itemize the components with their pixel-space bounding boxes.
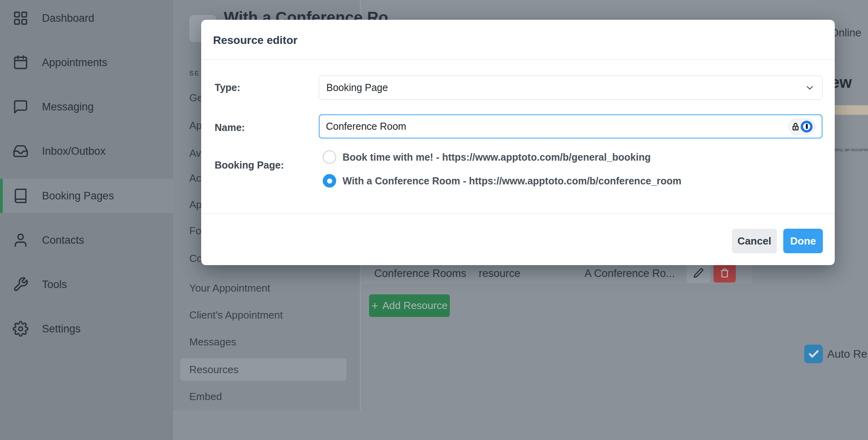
onepassword-icon xyxy=(801,121,813,133)
calendar-icon xyxy=(13,55,29,70)
booking-page-option-label: With a Conference Room - https://www.app… xyxy=(343,175,681,187)
sidebar-item-settings[interactable]: Settings xyxy=(0,316,173,341)
cancel-button[interactable]: Cancel xyxy=(732,229,777,253)
checkmark-icon xyxy=(808,348,820,360)
sidebar-item-booking-pages[interactable]: Booking Pages xyxy=(0,179,173,213)
sidebar-item-inbox-outbox[interactable]: Inbox/Outbox xyxy=(0,138,173,164)
settings-nav-item-messages[interactable]: Messages xyxy=(189,336,236,348)
sidebar-item-tools[interactable]: Tools xyxy=(0,272,173,297)
name-input-value: Conference Room xyxy=(326,121,406,132)
booking-page-option-label: Book time with me! - https://www.apptoto… xyxy=(343,152,651,163)
sidebar-item-label: Dashboard xyxy=(42,12,94,25)
settings-nav-item-truncated[interactable]: Fo xyxy=(189,225,201,237)
trash-icon xyxy=(720,268,729,278)
edit-resource-button[interactable] xyxy=(687,264,710,283)
plus-icon: + xyxy=(371,299,379,313)
settings-nav-item-truncated[interactable]: Ap xyxy=(189,199,202,211)
sidebar-item-label: Tools xyxy=(42,279,67,291)
chevron-down-icon xyxy=(805,83,815,93)
book-icon xyxy=(13,188,29,204)
name-field-label: Name: xyxy=(215,122,245,133)
resource-description-cell: A Conference Ro... xyxy=(584,267,675,280)
delete-resource-button[interactable] xyxy=(714,264,736,283)
sidebar-item-appointments[interactable]: Appointments xyxy=(0,50,173,75)
booking-page-option-general[interactable]: Book time with me! - https://www.apptoto… xyxy=(323,150,651,164)
person-icon xyxy=(13,232,29,248)
type-field-label: Type: xyxy=(215,82,240,93)
type-select-value: Booking Page xyxy=(326,82,388,93)
sidebar-item-label: Appointments xyxy=(42,57,107,69)
add-resource-label: Add Resource xyxy=(382,300,447,312)
settings-nav-item-truncated[interactable]: Co xyxy=(189,252,202,265)
settings-nav-item-embed[interactable]: Embed xyxy=(189,391,222,403)
type-select[interactable]: Booking Page xyxy=(319,76,822,100)
modal-footer: Cancel Done xyxy=(201,213,835,265)
dashboard-grid-icon xyxy=(13,10,29,26)
app-screen: Dashboard Appointments Messaging Inbox/O… xyxy=(0,0,868,440)
sidebar-item-messaging[interactable]: Messaging xyxy=(0,94,173,119)
settings-nav-item-resources[interactable]: Resources xyxy=(189,364,238,376)
gear-icon xyxy=(13,321,29,337)
inbox-icon xyxy=(13,143,29,159)
sidebar-item-dashboard[interactable]: Dashboard xyxy=(0,6,173,31)
sidebar-item-label: Settings xyxy=(42,323,81,335)
settings-nav-item-truncated[interactable]: Av xyxy=(189,147,201,159)
chat-bubble-icon xyxy=(13,99,29,115)
settings-nav-item-your-appointment[interactable]: Your Appointment xyxy=(189,282,270,294)
auto-release-checkbox[interactable] xyxy=(804,345,823,363)
password-manager-pill[interactable] xyxy=(788,119,815,135)
radio-unselected-icon[interactable] xyxy=(323,150,336,164)
sidebar-item-label: Inbox/Outbox xyxy=(42,145,106,157)
add-resource-button[interactable]: + Add Resource xyxy=(369,294,450,317)
modal-header: Resource editor xyxy=(201,20,835,60)
radio-selected-icon[interactable] xyxy=(323,174,336,188)
online-status-label: Online xyxy=(830,27,861,39)
settings-nav-item-truncated[interactable]: Ap xyxy=(189,119,202,132)
lock-icon xyxy=(791,122,800,131)
done-button[interactable]: Done xyxy=(783,229,823,253)
sidebar-item-label: Messaging xyxy=(42,101,94,113)
resource-name-cell: Conference Rooms xyxy=(374,267,466,280)
main-sidebar: Dashboard Appointments Messaging Inbox/O… xyxy=(0,0,173,440)
settings-nav-item-truncated[interactable]: Ac xyxy=(189,172,201,184)
auto-release-label: Auto Rel xyxy=(827,348,868,360)
sidebar-item-label: Contacts xyxy=(42,234,84,247)
name-input[interactable]: Conference Room xyxy=(319,114,822,138)
wrench-icon xyxy=(13,277,29,292)
settings-nav-section-header: SE xyxy=(189,70,200,78)
pencil-icon xyxy=(693,268,704,278)
sidebar-item-label: Booking Pages xyxy=(42,190,114,202)
booking-page-field-label: Booking Page: xyxy=(215,159,284,171)
modal-title: Resource editor xyxy=(213,34,297,47)
booking-page-option-conference-room[interactable]: With a Conference Room - https://www.app… xyxy=(323,174,681,188)
sidebar-item-contacts[interactable]: Contacts xyxy=(0,228,173,253)
resource-table-row: Conference Rooms resource A Conference R… xyxy=(361,264,752,284)
resource-editor-modal: Resource editor Type: Booking Page Name:… xyxy=(201,20,835,265)
resource-type-cell: resource xyxy=(479,267,520,280)
preview-error-text: sorry, an occurred wh xyxy=(832,147,868,152)
settings-nav-item-clients-appointment[interactable]: Client's Appointment xyxy=(189,309,283,321)
